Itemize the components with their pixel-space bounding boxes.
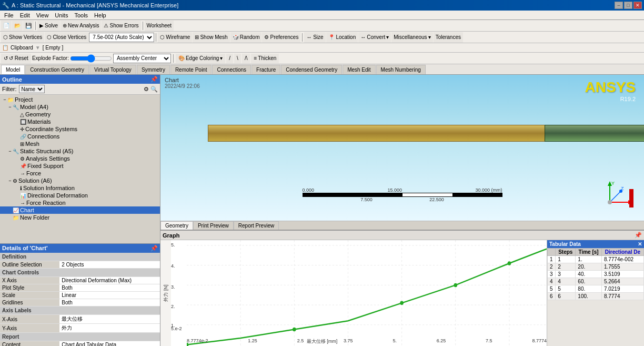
assembly-center-dropdown[interactable]: Assembly Center [113, 54, 171, 63]
tree-item-materials[interactable]: 🔲 Materials [0, 118, 160, 125]
tree-item-static-structural[interactable]: − 🔧 Static Structural (A5) [0, 147, 160, 155]
folder-icon: 📁 [13, 215, 19, 221]
solve-btn[interactable]: ▶ Solve [37, 21, 60, 31]
row-num: 6 [556, 293, 576, 300]
maximize-button[interactable]: □ [624, 2, 632, 9]
scale-value[interactable]: Linear [59, 292, 160, 299]
tree-item-geometry[interactable]: △ Geometry [0, 111, 160, 118]
outline-pin-icon: 📌 [150, 76, 158, 83]
tree-item-project[interactable]: − 📁 Project [0, 96, 160, 103]
content-value[interactable]: Chart And Tabular Data [59, 341, 160, 347]
solution-label: Solution (A6) [18, 177, 52, 184]
tab-report-preview[interactable]: Report Preview [234, 221, 279, 230]
menu-units[interactable]: Units [52, 12, 71, 19]
tree-item-chart[interactable]: 📈 Chart [0, 206, 160, 214]
tab-remote-point[interactable]: Remote Point [170, 65, 212, 74]
tab-mesh-edit[interactable]: Mesh Edit [343, 65, 375, 74]
outline-header: Outline 📌 [0, 75, 160, 84]
viewport[interactable]: Chart 2022/4/9 22:06 ANSYS R19.2 0.000 1… [160, 75, 644, 221]
edge-type-btn[interactable]: / [226, 54, 233, 63]
tabular-row: 2 2 20. 1.7555 [548, 263, 644, 271]
sep3 [156, 33, 156, 42]
tree-item-force-reaction[interactable]: → Force Reaction [0, 199, 160, 206]
thicken-btn[interactable]: ≡ Thicken [251, 54, 279, 63]
menu-file[interactable]: File [1, 12, 17, 19]
tree-item-connections[interactable]: 🔗 Connections [0, 133, 160, 140]
tab-condensed-geometry[interactable]: Condensed Geometry [281, 65, 342, 74]
open-btn[interactable]: 📂 [12, 21, 23, 31]
expand-static[interactable]: − [7, 149, 13, 154]
clipboard-label: Clipboard [11, 45, 33, 51]
save-btn[interactable]: 💾 [23, 21, 34, 31]
location-btn[interactable]: 📍 Location [326, 32, 358, 43]
tab-virtual-topology[interactable]: Virtual Topology [89, 65, 136, 74]
menu-view[interactable]: View [33, 12, 52, 19]
tab-symmetry[interactable]: Symmetry [137, 65, 170, 74]
y-label-2: 2. [171, 304, 175, 309]
worksheet-btn[interactable]: Worksheet [145, 21, 174, 31]
reset-btn[interactable]: ↺ ↺ Reset [1, 54, 31, 63]
svg-point-23 [400, 301, 404, 305]
expand-mesh [15, 141, 20, 146]
scale-dropdown[interactable]: 7.5e-002 (Auto Scale) [89, 33, 154, 42]
menu-tools[interactable]: Tools [71, 12, 91, 19]
filter-dropdown[interactable]: Name [19, 85, 45, 93]
tree-item-analysis-settings[interactable]: ⚙ Analysis Settings [0, 155, 160, 162]
graph-title: Graph [163, 232, 179, 239]
edge-coloring-btn[interactable]: 🎨 Edge Coloring ▾ [176, 54, 225, 63]
menu-help[interactable]: Help [91, 12, 109, 19]
plot-style-value[interactable]: Both [59, 284, 160, 292]
tab-fracture[interactable]: Fracture [251, 65, 280, 74]
expand-model[interactable]: − [7, 104, 13, 110]
graph-area[interactable]: 5. 4. 3. 2. 1. 5.e-2 [171, 240, 547, 346]
tree-item-new-folder[interactable]: 📁 New Folder [0, 214, 160, 221]
expand-solution[interactable]: − [7, 178, 13, 183]
tab-model[interactable]: Model [1, 65, 25, 74]
close-button[interactable]: ✕ [633, 2, 642, 9]
convert-btn[interactable]: ↔ Convert ▾ [358, 32, 391, 43]
wireframe-btn[interactable]: ⬡ Wireframe [158, 32, 192, 43]
tree-item-solution-info[interactable]: ℹ Solution Information [0, 184, 160, 192]
tree-item-model[interactable]: − 🔧 Model (A4) [0, 103, 160, 111]
tab-print-preview[interactable]: Print Preview [193, 221, 234, 230]
tab-geometry[interactable]: Geometry [160, 221, 193, 230]
random-btn[interactable]: 🎲 Random [230, 32, 262, 43]
show-mesh-btn[interactable]: ⊞ Show Mesh [193, 32, 229, 43]
tab-connections[interactable]: Connections [212, 65, 251, 74]
tree-item-fixed-support[interactable]: 📌 Fixed Support [0, 162, 160, 170]
tree-item-mesh[interactable]: ⊞ Mesh [0, 140, 160, 147]
show-vertices-btn[interactable]: ⬡ Show Vertices [1, 32, 44, 43]
edge-type3-btn[interactable]: /\ [242, 54, 250, 63]
new-analysis-btn[interactable]: ⊕ New Analysis [61, 21, 101, 31]
yaxis-lbl-value[interactable]: 外力 [59, 324, 160, 333]
new-btn[interactable]: 📄 [1, 21, 12, 31]
xaxis-value[interactable]: Directional Deformation (Max) [59, 277, 160, 284]
close-vertices-btn[interactable]: ⬡ Close Vertices [45, 32, 88, 43]
clipboard-icon: 📋 [2, 45, 8, 51]
app-icon: 🔧 [2, 2, 9, 9]
tree-item-dir-deformation[interactable]: 📊 Directional Deformation [0, 192, 160, 199]
show-errors-btn[interactable]: ⚠ Show Errors [102, 21, 140, 31]
tree-item-solution[interactable]: − ⚙ Solution (A6) [0, 177, 160, 184]
tolerances-btn[interactable]: Tolerances [434, 32, 463, 43]
miscellaneous-btn[interactable]: Miscellaneous ▾ [391, 32, 432, 43]
minimize-button[interactable]: – [615, 2, 623, 9]
expand-project[interactable]: − [2, 97, 7, 102]
xaxis-key: X Axis [0, 277, 59, 284]
tab-construction-geometry[interactable]: Construction Geometry [25, 65, 89, 74]
edge-type2-btn[interactable]: \ [234, 54, 241, 63]
outline-sel-value[interactable]: 2 Objects [59, 261, 160, 269]
preferences-btn[interactable]: ⚙ Preferences [262, 32, 300, 43]
force-icon: → [20, 171, 25, 176]
tree-item-force[interactable]: → Force [0, 170, 160, 177]
analysis-icon: ⊕ [63, 23, 67, 28]
tab-mesh-numbering[interactable]: Mesh Numbering [376, 65, 426, 74]
menu-edit[interactable]: Edit [17, 12, 33, 19]
size-btn[interactable]: ↔ Size [304, 32, 325, 43]
sep2 [143, 22, 143, 30]
xaxis-lbl-value[interactable]: 最大位移 [59, 315, 160, 324]
coord-label: Coordinate Systems [25, 126, 77, 132]
gridlines-value[interactable]: Both [59, 299, 160, 307]
tree-item-coord-systems[interactable]: ✛ Coordinate Systems [0, 125, 160, 133]
explode-slider[interactable] [70, 55, 112, 62]
